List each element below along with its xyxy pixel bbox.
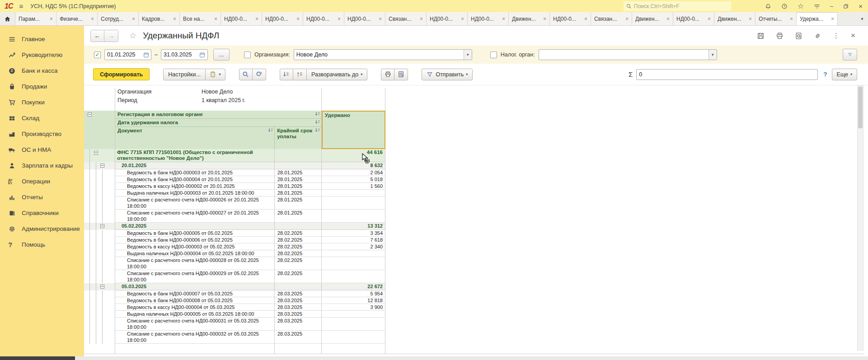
deadline-cell[interactable]: [275, 223, 322, 230]
tab--[interactable]: Движен...×: [714, 12, 755, 25]
withheld-cell[interactable]: [322, 331, 385, 344]
link-icon[interactable]: [814, 32, 821, 40]
tabs-overflow-button[interactable]: ▾: [856, 12, 868, 25]
autosum-input[interactable]: [637, 70, 817, 79]
service-menu-icon[interactable]: [814, 3, 820, 9]
period-checkbox[interactable]: ✓: [94, 51, 101, 58]
column-header-date[interactable]: Дата удержания налога: [115, 119, 321, 127]
sidebar-item-bag[interactable]: Продажи: [0, 79, 84, 94]
withheld-cell[interactable]: 44 616: [322, 149, 385, 162]
document-cell[interactable]: Ведомость в банк НД00-000004 от 20.01.20…: [115, 176, 275, 183]
date-to-input[interactable]: [161, 50, 197, 60]
tab-close-icon[interactable]: ×: [338, 16, 341, 22]
document-cell[interactable]: 20.01.2025: [115, 162, 275, 169]
tab--[interactable]: Связан...×: [591, 12, 632, 25]
withheld-cell[interactable]: 2 340: [322, 243, 385, 250]
history-icon[interactable]: [781, 3, 788, 9]
document-cell[interactable]: Выдача наличных НД00-000005 от 05.03.202…: [115, 311, 275, 318]
tax-authority-combo[interactable]: ▾: [539, 49, 717, 60]
deadline-cell[interactable]: 28.03.2025: [275, 304, 322, 311]
load-settings-button[interactable]: ▾: [206, 69, 225, 80]
withheld-cell[interactable]: 12 818: [322, 297, 385, 304]
tab-close-icon[interactable]: ×: [749, 16, 752, 22]
withheld-cell[interactable]: 7 618: [322, 237, 385, 243]
tab--00-0-[interactable]: НД00-0...×: [550, 12, 591, 25]
document-cell[interactable]: Списание с расчетного счета НД00-000027 …: [115, 210, 275, 223]
deadline-cell[interactable]: 28.03.2025: [275, 311, 322, 318]
print-icon[interactable]: [776, 32, 784, 40]
expander-icon[interactable]: −: [100, 164, 104, 168]
save-icon[interactable]: [757, 32, 765, 40]
sidebar-item-menu[interactable]: Главное: [0, 31, 84, 47]
deadline-cell[interactable]: 28.03.2025: [275, 290, 322, 297]
document-cell[interactable]: ФНС 7715 КПП 771501001 (Общество с огран…: [115, 149, 275, 162]
search-input[interactable]: [634, 3, 720, 9]
find-button[interactable]: [239, 69, 253, 80]
column-header-withheld-selected[interactable]: Удержано: [322, 111, 385, 149]
expander-icon[interactable]: −: [100, 285, 104, 289]
deadline-cell[interactable]: 28.01.2025: [275, 210, 322, 223]
deadline-cell[interactable]: 28.01.2025: [275, 176, 322, 183]
home-tab[interactable]: [0, 12, 15, 25]
column-header-registration[interactable]: Регистрация в налоговом органе: [115, 111, 321, 119]
deadline-cell[interactable]: [275, 162, 322, 169]
minimize-icon[interactable]: –: [830, 3, 833, 9]
filter-settings-button[interactable]: [843, 49, 857, 61]
tab-close-icon[interactable]: ×: [831, 16, 834, 22]
tab-close-icon[interactable]: ×: [91, 16, 94, 22]
withheld-cell[interactable]: 5 954: [322, 290, 385, 297]
tab-close-icon[interactable]: ×: [666, 16, 670, 22]
withheld-cell[interactable]: [322, 311, 385, 318]
withheld-cell[interactable]: [322, 190, 385, 196]
date-to-field[interactable]: [161, 49, 208, 60]
sidebar-item-truck[interactable]: ОС и НМА: [0, 142, 84, 158]
withheld-cell[interactable]: [322, 210, 385, 223]
generate-button[interactable]: Сформировать: [93, 68, 150, 80]
tab--00-0-[interactable]: НД00-0...×: [468, 12, 509, 25]
preview-icon[interactable]: [795, 32, 802, 40]
deadline-cell[interactable]: 28.02.2025: [275, 237, 322, 243]
column-header-deadline[interactable]: Крайний срок уплаты: [275, 127, 321, 149]
tab--00-0-[interactable]: НД00-0...×: [673, 12, 714, 25]
help-icon[interactable]: ?: [823, 71, 827, 78]
deadline-cell[interactable]: 28.02.2025: [275, 243, 322, 250]
withheld-cell[interactable]: [322, 318, 385, 331]
tab--[interactable]: Движен...×: [509, 12, 550, 25]
document-cell[interactable]: Ведомость в банк НД00-000006 от 05.02.20…: [115, 237, 275, 243]
withheld-cell[interactable]: 2 054: [322, 169, 385, 176]
tab--[interactable]: Связан...×: [385, 12, 427, 25]
sidebar-item-gear[interactable]: Администрирование: [0, 221, 84, 237]
back-button[interactable]: ←: [91, 30, 104, 42]
print-button[interactable]: [381, 69, 394, 80]
sort-icon[interactable]: [268, 128, 273, 149]
deadline-cell[interactable]: [275, 283, 322, 290]
more-dots-icon[interactable]: ⋮: [833, 32, 840, 40]
document-cell[interactable]: Ведомость в банк НД00-000003 от 20.01.20…: [115, 169, 275, 176]
sort-icon[interactable]: [315, 128, 320, 149]
tab--[interactable]: Отчеты...×: [755, 12, 797, 25]
tab-close-icon[interactable]: ×: [255, 16, 258, 22]
tax-authority-input[interactable]: [539, 50, 708, 60]
tab--[interactable]: Удержа...×: [797, 12, 838, 25]
deadline-cell[interactable]: 28.02.2025: [275, 270, 322, 283]
deadline-cell[interactable]: 28.02.2025: [275, 257, 322, 270]
period-more-button[interactable]: ...: [213, 49, 230, 61]
deadline-cell[interactable]: 28.02.2025: [275, 230, 322, 237]
tab-close-icon[interactable]: ×: [296, 16, 300, 22]
tab-close-icon[interactable]: ×: [50, 16, 53, 22]
expand-groups-button[interactable]: [293, 69, 307, 80]
tab-close-icon[interactable]: ×: [502, 16, 505, 22]
main-menu-icon[interactable]: ≡: [19, 2, 23, 10]
withheld-cell[interactable]: 3 354: [322, 230, 385, 237]
sidebar-item-grid[interactable]: Склад: [0, 110, 84, 126]
tax-authority-checkbox[interactable]: [490, 51, 497, 58]
tab--[interactable]: Кадров...×: [139, 12, 180, 25]
document-cell[interactable]: Ведомость в банк НД00-000005 от 05.02.20…: [115, 230, 275, 237]
sidebar-item-trend[interactable]: Руководителю: [0, 47, 84, 63]
tab--[interactable]: Все на...×: [180, 12, 221, 25]
sort-icon[interactable]: [315, 112, 320, 118]
tab-close-icon[interactable]: ×: [584, 16, 587, 22]
vertical-scrollbar[interactable]: [857, 85, 863, 351]
tab--[interactable]: Движен...×: [632, 12, 673, 25]
favorites-star-icon[interactable]: ☆: [798, 3, 804, 10]
